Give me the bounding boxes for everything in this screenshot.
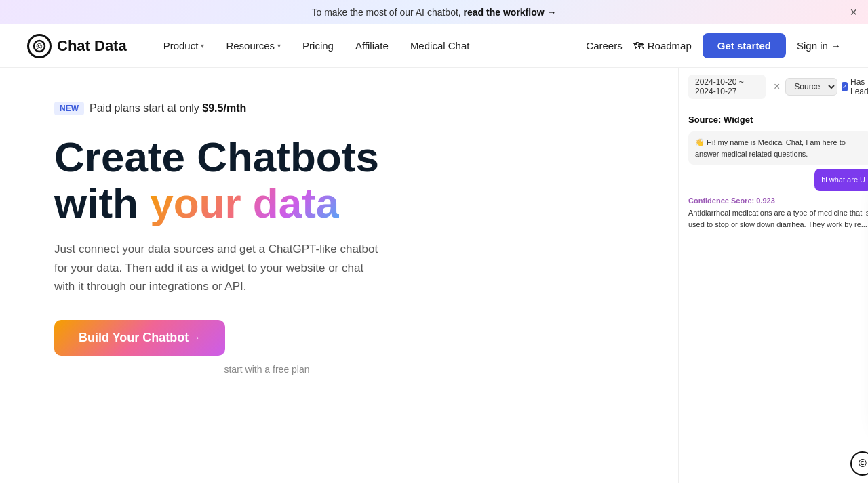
hero-left: NEW Paid plans start at only $9.5/mth Cr… <box>54 88 479 483</box>
rp-content: Source: Widget 👋 Hi! my name is Medical … <box>679 106 868 239</box>
get-started-button[interactable]: Get started <box>703 33 786 58</box>
nav-links: Product ▾ Resources ▾ Pricing Affiliate … <box>154 35 587 57</box>
logo-icon: © <box>27 34 52 58</box>
source-label: Source: Widget <box>688 115 868 125</box>
nav-item-pricing[interactable]: Pricing <box>293 35 343 57</box>
chevron-down-icon: ▾ <box>277 42 281 49</box>
banner-text: To make the most of our AI chatbot, <box>311 7 463 18</box>
navbar: © Chat Data Product ▾ Resources ▾ Pricin… <box>0 24 868 68</box>
hero-title-data: data <box>253 180 339 226</box>
chevron-down-icon: ▾ <box>201 42 204 49</box>
nav-item-medical-chat[interactable]: Medical Chat <box>401 35 479 57</box>
rp-long-message: Antidiarrheal medications are a type of … <box>688 207 868 231</box>
logo-text: Chat Data <box>57 37 127 55</box>
nav-roadmap[interactable]: 🗺 Roadmap <box>633 40 692 52</box>
sign-in-link[interactable]: Sign in → <box>797 40 841 52</box>
nav-item-resources[interactable]: Resources ▾ <box>216 35 290 57</box>
new-badge-row: NEW Paid plans start at only $9.5/mth <box>54 102 479 115</box>
has-lead-label: Has Lead <box>850 77 868 96</box>
rp-close-icon[interactable]: × <box>774 81 780 93</box>
free-plan-text: start with a free plan <box>54 364 479 375</box>
date-range: 2024-10-20 ~ 2024-10-27 <box>688 75 766 99</box>
new-badge: NEW <box>54 102 84 115</box>
source-select[interactable]: Source <box>785 78 837 96</box>
nav-item-affiliate[interactable]: Affiliate <box>346 35 398 57</box>
has-lead-checkbox[interactable]: ✓ Has Lead <box>842 77 868 96</box>
copyright-icon: © <box>850 451 868 476</box>
hero-title-your: your <box>150 180 241 226</box>
hero-section: NEW Paid plans start at only $9.5/mth Cr… <box>0 68 868 483</box>
right-panel: 2024-10-20 ~ 2024-10-27 × Source ✓ Has L… <box>678 68 868 483</box>
nav-careers[interactable]: Careers <box>586 40 622 52</box>
logo[interactable]: © Chat Data <box>27 34 127 58</box>
nav-item-product[interactable]: Product ▾ <box>154 35 214 57</box>
svg-text:©: © <box>37 42 43 52</box>
hero-subtitle: Just connect your data sources and get a… <box>54 240 380 296</box>
checkbox-checked-icon: ✓ <box>842 82 848 92</box>
rp-user-msg-row: hi what are U <box>688 169 868 191</box>
nav-right: Careers 🗺 Roadmap Get started Sign in → <box>586 33 841 58</box>
confidence-score: Confidence Score: 0.923 <box>688 197 868 205</box>
pricing-info: Paid plans start at only $9.5/mth <box>90 102 246 115</box>
rp-user-message: hi what are U <box>814 169 868 191</box>
rp-bot-greeting: 👋 Hi! my name is Medical Chat, I am here… <box>688 131 868 165</box>
top-banner: To make the most of our AI chatbot, read… <box>0 0 868 24</box>
banner-link[interactable]: read the workflow → <box>464 7 557 18</box>
hero-title: Create Chatbots with your data <box>54 134 479 226</box>
banner-close[interactable]: × <box>850 5 857 20</box>
build-chatbot-button[interactable]: Build Your Chatbot→ <box>54 320 225 356</box>
rp-toolbar: 2024-10-20 ~ 2024-10-27 × Source ✓ Has L… <box>679 68 868 106</box>
source-filter: Source ✓ Has Lead <box>785 77 868 96</box>
roadmap-icon: 🗺 <box>633 40 644 52</box>
